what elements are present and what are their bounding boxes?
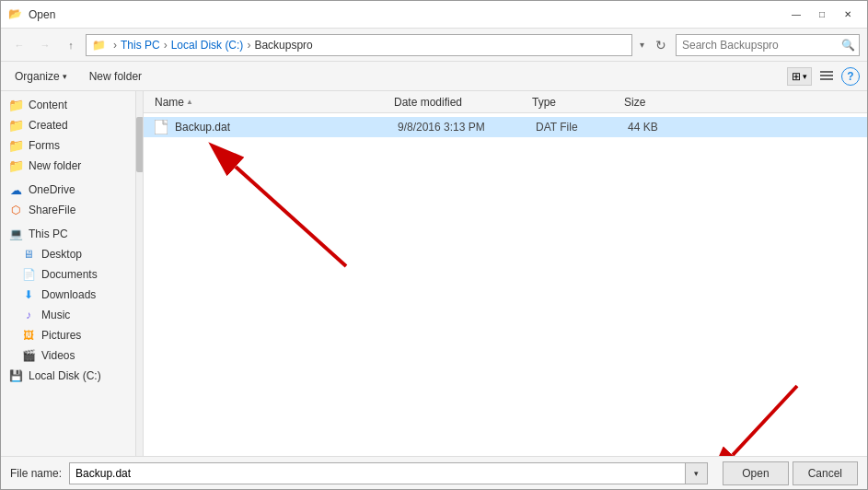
sidebar-item-sharefile[interactable]: ⬡ ShareFile: [1, 200, 136, 220]
breadcrumb-home-icon: 📁: [92, 39, 106, 52]
column-type-header[interactable]: Type: [528, 96, 620, 109]
sidebar-item-created[interactable]: 📁 Created: [1, 115, 136, 135]
bottom-bar: File name: ▾ Open Cancel: [1, 456, 867, 489]
view-dropdown-icon: ▾: [803, 72, 807, 81]
column-name-header[interactable]: Name ▲: [151, 96, 390, 109]
sidebar-item-onedrive[interactable]: ☁ OneDrive: [1, 180, 136, 200]
organize-label: Organize: [15, 70, 60, 83]
breadcrumb-dropdown-icon[interactable]: ▾: [636, 38, 648, 52]
desktop-icon: 🖥: [21, 247, 36, 262]
up-button[interactable]: ↑: [60, 34, 82, 56]
window-icon: 📂: [8, 7, 23, 22]
file-size: 44 KB: [628, 121, 701, 134]
sidebar-item-label: Content: [29, 99, 67, 111]
videos-icon: 🎬: [21, 348, 36, 363]
sidebar-item-videos[interactable]: 🎬 Videos: [1, 345, 136, 366]
file-list: Backup.dat 9/8/2016 3:13 PM DAT File 44 …: [144, 113, 867, 456]
search-bar: 🔍: [676, 34, 860, 56]
documents-icon: 📄: [21, 267, 36, 282]
back-button[interactable]: ←: [8, 34, 30, 56]
organize-button[interactable]: Organize ▾: [8, 67, 74, 86]
folder-icon: 📁: [8, 138, 23, 153]
file-icon: [155, 120, 169, 134]
folder-icon: 📁: [8, 98, 23, 112]
sidebar-scrollbar[interactable]: [135, 91, 143, 456]
view-controls: ⊞ ▾ ?: [787, 65, 860, 88]
cancel-button[interactable]: Cancel: [793, 461, 858, 485]
svg-rect-3: [155, 120, 168, 134]
close-button[interactable]: ✕: [836, 6, 860, 24]
sidebar-item-label: Music: [41, 309, 70, 321]
breadcrumb-sep-3: ›: [247, 39, 250, 52]
sidebar-item-label: Local Disk (C:): [29, 369, 101, 382]
sidebar-item-label: Videos: [41, 349, 75, 362]
search-input[interactable]: [677, 39, 837, 52]
svg-rect-1: [820, 75, 833, 76]
filename-input-wrap: ▾: [69, 462, 708, 484]
sidebar-item-documents[interactable]: 📄 Documents: [1, 264, 136, 285]
sidebar-item-localdisk[interactable]: 💾 Local Disk (C:): [1, 366, 136, 386]
sidebar-item-downloads[interactable]: ⬇ Downloads: [1, 285, 136, 305]
file-type: DAT File: [536, 121, 628, 134]
file-area-wrapper: Name ▲ Date modified Type Size: [144, 91, 867, 456]
sidebar-item-label: Downloads: [41, 288, 96, 301]
sharefile-icon: ⬡: [8, 203, 23, 217]
organize-dropdown-icon: ▾: [63, 72, 67, 81]
sidebar-item-thispc[interactable]: 💻 This PC: [1, 224, 136, 244]
view-details-button[interactable]: [816, 65, 838, 88]
search-icon[interactable]: 🔍: [837, 35, 859, 55]
sidebar-item-label: ShareFile: [29, 204, 75, 216]
breadcrumb-sep-2: ›: [164, 39, 168, 52]
sidebar-item-label: Forms: [29, 139, 60, 152]
breadcrumb-bar[interactable]: 📁 › This PC › Local Disk (C:) › Backupsp…: [86, 34, 632, 56]
view-grid-icon: ⊞: [792, 70, 801, 83]
open-button[interactable]: Open: [723, 461, 788, 485]
sidebar-item-pictures[interactable]: 🖼 Pictures: [1, 325, 136, 345]
file-name: Backup.dat: [175, 121, 398, 134]
folder-icon: 📁: [8, 118, 23, 133]
navigation-toolbar: ← → ↑ 📁 › This PC › Local Disk (C:) › Ba…: [1, 29, 867, 62]
help-button[interactable]: ?: [841, 67, 860, 86]
column-headers: Name ▲ Date modified Type Size: [144, 91, 867, 113]
forward-button[interactable]: →: [34, 34, 56, 56]
sidebar-item-forms[interactable]: 📁 Forms: [1, 135, 136, 156]
breadcrumb-current: Backupspro: [254, 39, 312, 52]
sidebar-item-content[interactable]: 📁 Content: [1, 95, 136, 115]
sidebar-item-label: Pictures: [41, 329, 81, 342]
column-date-header[interactable]: Date modified: [390, 96, 528, 109]
sidebar-item-label: Created: [29, 119, 68, 132]
sidebar-item-music[interactable]: ♪ Music: [1, 305, 136, 325]
details-icon: [819, 69, 834, 84]
column-size-header[interactable]: Size: [620, 96, 694, 109]
new-folder-button[interactable]: New folder: [81, 67, 150, 86]
breadcrumb-localdisk[interactable]: Local Disk (C:): [171, 39, 244, 52]
sidebar-item-label: Desktop: [41, 248, 82, 261]
sort-icon: ▲: [186, 98, 193, 106]
filename-input[interactable]: [69, 462, 686, 484]
onedrive-icon: ☁: [8, 182, 23, 197]
sidebar-scroll-thumb: [136, 117, 144, 172]
view-toggle[interactable]: ⊞ ▾: [787, 67, 812, 86]
svg-rect-0: [820, 71, 833, 73]
computer-icon: 💻: [8, 227, 23, 241]
breadcrumb-thispc[interactable]: This PC: [121, 39, 160, 52]
pictures-icon: 🖼: [21, 328, 36, 343]
action-bar: Organize ▾ New folder ⊞ ▾ ?: [1, 62, 867, 91]
refresh-button[interactable]: ↻: [650, 34, 672, 56]
window-title: Open: [29, 8, 55, 21]
disk-icon: 💾: [8, 368, 23, 383]
folder-icon: 📁: [8, 158, 23, 173]
music-icon: ♪: [21, 308, 36, 322]
bottom-buttons: Open Cancel: [723, 461, 858, 485]
filename-dropdown[interactable]: ▾: [686, 462, 708, 484]
sidebar-item-label: Documents: [41, 268, 98, 281]
sidebar: 📁 Content 📁 Created 📁 Forms 📁 New folder: [1, 91, 144, 456]
maximize-button[interactable]: □: [810, 6, 834, 24]
minimize-button[interactable]: —: [784, 6, 808, 24]
sidebar-item-label: This PC: [29, 228, 68, 240]
sidebar-item-desktop[interactable]: 🖥 Desktop: [1, 244, 136, 264]
downloads-icon: ⬇: [21, 287, 36, 302]
window-controls: — □ ✕: [784, 6, 860, 24]
file-row[interactable]: Backup.dat 9/8/2016 3:13 PM DAT File 44 …: [144, 117, 867, 137]
sidebar-item-newfolder[interactable]: 📁 New folder: [1, 156, 136, 176]
